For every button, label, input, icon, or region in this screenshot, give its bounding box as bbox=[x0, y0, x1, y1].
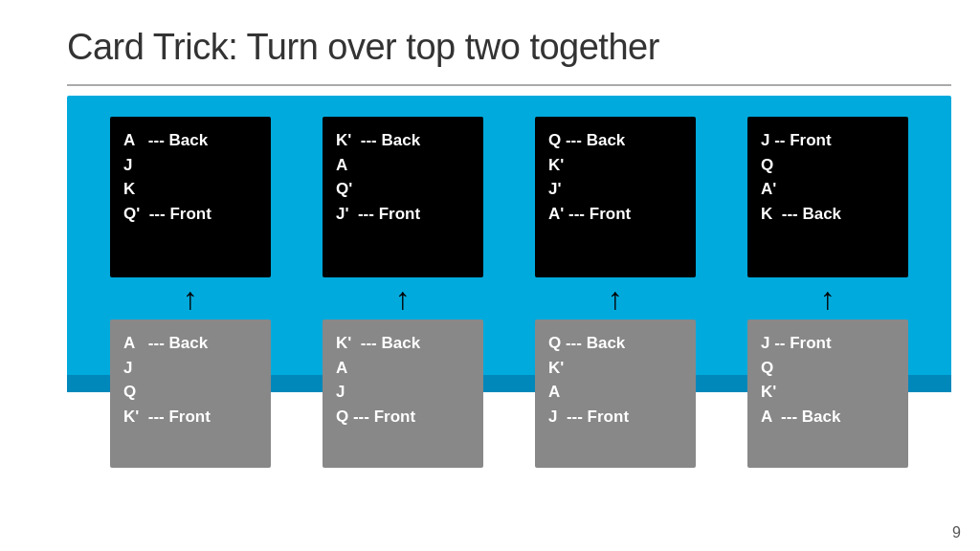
card-line: J bbox=[123, 356, 257, 381]
arrow-wrapper-4: ↑ bbox=[747, 277, 908, 320]
card-line: A --- Back bbox=[123, 331, 257, 356]
card-line: J' --- Front bbox=[336, 202, 470, 227]
top-card-1: A --- BackJKQ' --- Front bbox=[110, 117, 271, 277]
bottom-card-4: J -- FrontQK'A --- Back bbox=[747, 320, 908, 468]
card-column-3: Q --- BackK'J'A' --- Front↑Q --- BackK'A… bbox=[535, 117, 696, 468]
card-line: Q --- Back bbox=[548, 128, 682, 153]
card-line: A bbox=[548, 380, 682, 405]
arrow-wrapper-1: ↑ bbox=[110, 277, 271, 320]
card-line: Q' --- Front bbox=[123, 202, 257, 227]
card-line: A --- Back bbox=[761, 405, 895, 430]
card-line: K bbox=[123, 177, 257, 202]
card-line: J -- Front bbox=[761, 331, 895, 356]
card-line: K' --- Back bbox=[336, 128, 470, 153]
cards-container: A --- BackJKQ' --- Front↑A --- BackJQK' … bbox=[67, 96, 951, 468]
card-column-1: A --- BackJKQ' --- Front↑A --- BackJQK' … bbox=[110, 117, 271, 468]
card-line: K --- Back bbox=[761, 202, 895, 227]
bottom-card-2: K' --- BackAJQ --- Front bbox=[323, 320, 483, 468]
card-line: A bbox=[336, 153, 470, 178]
card-line: A' bbox=[761, 177, 895, 202]
up-arrow-icon: ↑ bbox=[608, 283, 623, 314]
up-arrow-icon: ↑ bbox=[183, 283, 198, 314]
card-line: A' --- Front bbox=[548, 202, 682, 227]
card-line: K' bbox=[548, 356, 682, 381]
card-line: Q bbox=[123, 380, 257, 405]
card-line: A bbox=[336, 356, 470, 381]
card-column-4: J -- FrontQA'K --- Back↑J -- FrontQK'A -… bbox=[747, 117, 908, 468]
card-column-2: K' --- BackAQ'J' --- Front↑K' --- BackAJ… bbox=[323, 117, 483, 468]
card-line: A --- Back bbox=[123, 128, 257, 153]
up-arrow-icon: ↑ bbox=[820, 283, 835, 314]
arrow-wrapper-3: ↑ bbox=[535, 277, 696, 320]
card-line: Q bbox=[761, 153, 895, 178]
page-number: 9 bbox=[952, 524, 961, 541]
card-line: Q bbox=[761, 356, 895, 381]
card-line: Q --- Back bbox=[548, 331, 682, 356]
up-arrow-icon: ↑ bbox=[395, 283, 411, 314]
bottom-card-1: A --- BackJQK' --- Front bbox=[110, 320, 271, 468]
bottom-card-3: Q --- BackK'AJ --- Front bbox=[535, 320, 696, 468]
card-line: J' bbox=[548, 177, 682, 202]
card-line: Q' bbox=[336, 177, 470, 202]
title-underline bbox=[67, 84, 951, 86]
arrow-wrapper-2: ↑ bbox=[323, 277, 483, 320]
card-line: J bbox=[123, 153, 257, 178]
card-line: J bbox=[336, 380, 470, 405]
card-line: J -- Front bbox=[761, 128, 895, 153]
card-line: K' --- Front bbox=[123, 405, 257, 430]
card-line: K' bbox=[761, 380, 895, 405]
card-line: Q --- Front bbox=[336, 405, 470, 430]
card-line: J --- Front bbox=[548, 405, 682, 430]
page-title: Card Trick: Turn over top two together bbox=[67, 27, 659, 68]
top-card-4: J -- FrontQA'K --- Back bbox=[747, 117, 908, 277]
card-line: K' bbox=[548, 153, 682, 178]
top-card-3: Q --- BackK'J'A' --- Front bbox=[535, 117, 696, 277]
top-card-2: K' --- BackAQ'J' --- Front bbox=[323, 117, 483, 277]
card-line: K' --- Back bbox=[336, 331, 470, 356]
